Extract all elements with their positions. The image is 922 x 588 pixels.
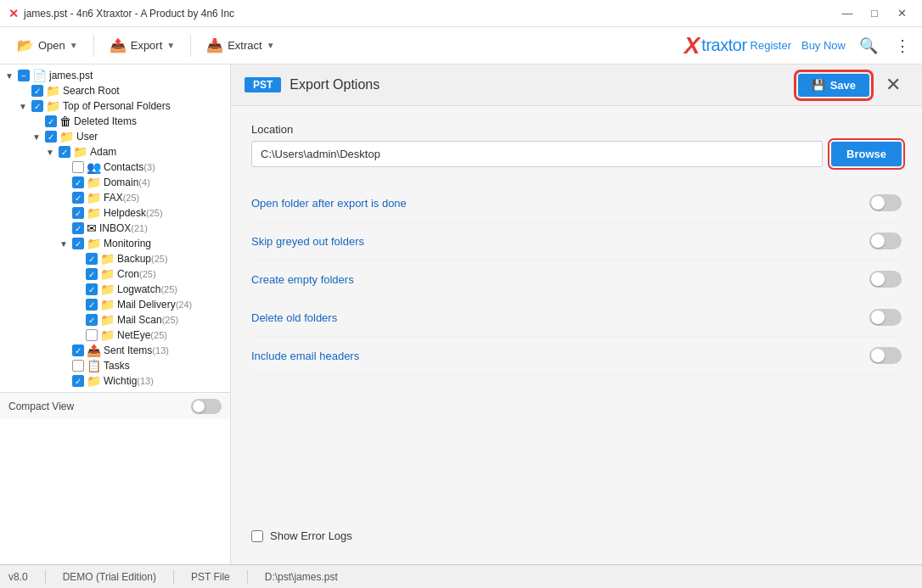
tree-checkbox[interactable]	[72, 222, 84, 234]
tree-checkbox[interactable]	[72, 161, 84, 173]
export-dropdown-arrow: ▼	[166, 41, 175, 50]
tree-count: (24)	[176, 300, 193, 310]
tree-checkbox[interactable]	[86, 268, 98, 280]
save-button[interactable]: 💾 Save	[798, 74, 869, 97]
edition-text: DEMO (Trial Edition)	[63, 571, 156, 583]
toggle-knob	[871, 349, 885, 362]
file-path-text: D:\pst\james.pst	[265, 571, 338, 583]
tree-folder-icon: 📁	[87, 374, 101, 388]
tree-label: Cron	[117, 268, 139, 280]
tree-item[interactable]: ✉INBOX (21)	[0, 221, 230, 236]
maximize-button[interactable]: □	[863, 4, 886, 23]
tree-arrow	[31, 115, 42, 127]
extract-button[interactable]: 📥 Extract ▼	[198, 33, 283, 58]
location-section: Location Browse	[251, 123, 902, 167]
option-toggle[interactable]	[869, 309, 902, 326]
tree-folder-icon: 📁	[59, 130, 74, 143]
tree-item[interactable]: 📁Monitoring	[0, 236, 230, 251]
open-button[interactable]: 📂 Open ▼	[8, 33, 87, 58]
bottom-sep-3	[247, 570, 248, 584]
tree-item[interactable]: 📋Tasks	[0, 358, 230, 373]
option-toggle[interactable]	[869, 271, 902, 288]
browse-button[interactable]: Browse	[831, 142, 902, 166]
tree-item[interactable]: 📁Logwatch (25)	[0, 282, 230, 297]
option-toggle[interactable]	[869, 232, 902, 249]
close-button[interactable]: ✕	[890, 4, 914, 23]
main-layout: 📄james.pst📁Search Root📁Top of Personal F…	[0, 64, 922, 564]
show-error-logs-label: Show Error Logs	[270, 529, 352, 542]
search-button[interactable]: 🔍	[856, 33, 881, 59]
tree-checkbox[interactable]	[72, 192, 84, 204]
tree-label: Adam	[90, 146, 116, 158]
tree-count: (25)	[146, 208, 163, 218]
export-close-button[interactable]: ✕	[878, 70, 908, 100]
tree-item[interactable]: 📁Search Root	[0, 83, 230, 98]
export-icon: 📤	[110, 37, 126, 53]
tree-arrow	[58, 192, 70, 204]
tree-checkbox[interactable]	[45, 131, 57, 143]
tree-arrow	[71, 299, 83, 311]
tree-item[interactable]: 📁Mail Delivery (24)	[0, 297, 230, 312]
tree-checkbox[interactable]	[86, 329, 98, 341]
tree-item[interactable]: 📁User	[0, 129, 230, 144]
option-row: Skip greyed out folders	[251, 222, 902, 260]
tree-checkbox[interactable]	[31, 100, 43, 112]
tree-item[interactable]: 📁Backup (25)	[0, 251, 230, 266]
tree-checkbox[interactable]	[72, 238, 84, 249]
tree-folder-icon: 📁	[46, 84, 60, 98]
tree-item[interactable]: 📁Mail Scan (25)	[0, 312, 230, 328]
tree-item[interactable]: 📁FAX (25)	[0, 190, 230, 205]
tree-item[interactable]: 📁Domain (4)	[0, 175, 230, 190]
buy-now-link[interactable]: Buy Now	[801, 39, 846, 52]
option-label: Delete old folders	[251, 311, 337, 324]
show-error-logs-checkbox[interactable]	[251, 530, 263, 542]
tree-count: (25)	[162, 315, 179, 325]
export-button[interactable]: 📤 Export ▼	[101, 33, 183, 58]
tree-checkbox[interactable]	[18, 70, 30, 81]
tree-item[interactable]: 📁Top of Personal Folders	[0, 98, 230, 114]
tree-label: Tasks	[104, 360, 130, 372]
tree-arrow	[71, 329, 83, 341]
tree-item[interactable]: 📁NetEye (25)	[0, 328, 230, 343]
tree-checkbox[interactable]	[59, 146, 70, 158]
tree-checkbox[interactable]	[45, 115, 57, 127]
tree-count: (25)	[123, 193, 140, 203]
tree-folder-icon: 📁	[100, 283, 115, 296]
export-header: PST Export Options 💾 Save ✕	[231, 64, 922, 106]
tree-folder-icon: 📁	[100, 298, 115, 311]
tree-checkbox[interactable]	[72, 176, 84, 188]
tree-item[interactable]: 📄james.pst	[0, 68, 230, 83]
option-toggle[interactable]	[869, 194, 902, 211]
option-toggle[interactable]	[869, 347, 902, 364]
minimize-button[interactable]: —	[835, 4, 859, 23]
tree-count: (25)	[160, 284, 177, 294]
tree-item[interactable]: 📁Helpdesk (25)	[0, 205, 230, 221]
tree-arrow	[58, 238, 70, 249]
tree-item[interactable]: 📁Wichtig (13)	[0, 373, 230, 389]
export-header-left: PST Export Options	[245, 77, 379, 92]
tree-item[interactable]: 📤Sent Items (13)	[0, 343, 230, 358]
tree-checkbox[interactable]	[86, 314, 98, 326]
register-link[interactable]: Register	[751, 39, 791, 52]
tree-item[interactable]: 👥Contacts (3)	[0, 160, 230, 175]
tree-item[interactable]: 🗑Deleted Items	[0, 114, 230, 129]
tree-item[interactable]: 📁Cron (25)	[0, 266, 230, 282]
tree-item[interactable]: 📁Adam	[0, 144, 230, 160]
separator-1	[93, 35, 94, 57]
compact-view-toggle[interactable]	[191, 399, 222, 414]
tree-folder-icon: 🗑	[59, 115, 71, 128]
tree-checkbox[interactable]	[72, 360, 84, 372]
tree-checkbox[interactable]	[86, 283, 98, 295]
tree-checkbox[interactable]	[72, 344, 84, 356]
tree-arrow	[58, 344, 70, 356]
tree-checkbox[interactable]	[31, 85, 43, 97]
menu-button[interactable]: ⋮	[891, 33, 914, 59]
extract-icon: 📥	[206, 37, 223, 53]
bottom-sep-1	[45, 570, 46, 584]
tree-checkbox[interactable]	[72, 375, 84, 387]
export-content: Location Browse Open folder after export…	[231, 106, 922, 521]
tree-checkbox[interactable]	[86, 253, 98, 265]
tree-checkbox[interactable]	[86, 299, 98, 311]
location-input[interactable]	[251, 141, 823, 167]
tree-checkbox[interactable]	[72, 207, 84, 219]
